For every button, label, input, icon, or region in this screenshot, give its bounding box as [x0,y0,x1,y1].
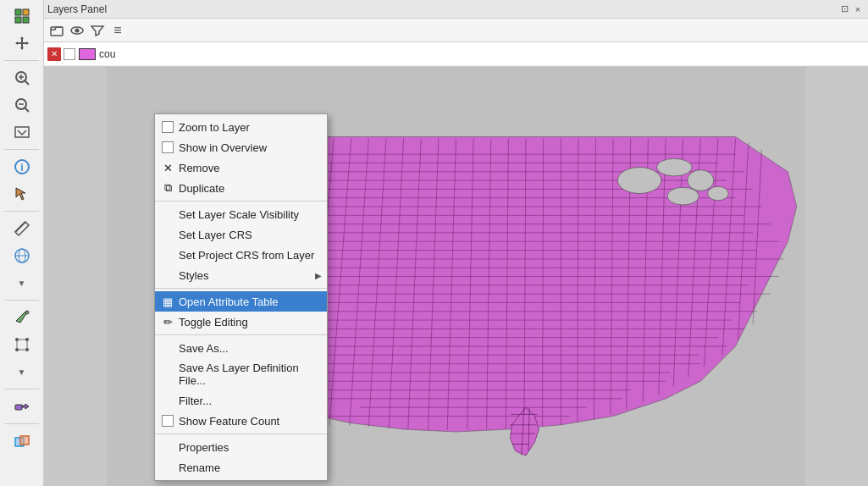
toolbar-btn-pan[interactable] [9,30,35,56]
menu-label-save-as-layer-def: Save As Layer Definition File... [179,362,320,387]
svg-point-28 [75,28,80,32]
menu-label-properties: Properties [179,441,229,454]
menu-label-styles: Styles [179,269,208,282]
map-area[interactable]: Zoom to LayerShow in Overview✕Remove⧉Dup… [44,67,868,486]
svg-rect-25 [20,436,29,445]
toolbar-btn-edit[interactable] [9,332,35,357]
menu-label-show-in-overview: Show in Overview [179,141,267,154]
toolbar-btn-measure[interactable] [9,216,35,241]
menu-item-show-feature-count[interactable]: Show Feature Count [155,411,327,431]
svg-rect-11 [15,127,29,137]
menu-label-remove: Remove [179,162,219,174]
svg-rect-3 [23,17,29,23]
sep-5 [4,389,39,389]
menu-item-set-project-crs[interactable]: Set Project CRS from Layer [155,245,327,265]
menu-icon-duplicate: ⧉ [160,180,175,196]
menu-item-filter[interactable]: Filter... [155,390,327,411]
layer-close-btn[interactable]: ✕ [47,47,61,61]
menu-label-open-attribute-table: Open Attribute Table [179,295,279,308]
svg-point-17 [25,311,29,314]
layer-visibility-checkbox[interactable] [64,48,75,60]
menu-separator [155,201,327,202]
svg-point-94 [617,168,661,194]
layer-item[interactable]: ✕ cou [44,42,868,66]
toolbar-btn-1[interactable] [9,3,35,29]
menu-item-zoom-to-layer[interactable]: Zoom to Layer [155,117,327,137]
svg-rect-23 [15,405,22,410]
menu-label-set-project-crs: Set Project CRS from Layer [179,249,314,262]
sep-4 [4,300,39,301]
layer-type-icon [79,48,96,60]
layers-tool-eye[interactable] [68,21,86,40]
toolbar-btn-globe[interactable] [9,243,35,268]
toolbar-btn-arrow2[interactable]: ▼ [9,359,35,384]
toolbar-btn-plugins[interactable] [9,394,35,419]
menu-label-toggle-editing: Toggle Editing [179,316,248,329]
svg-line-5 [25,81,29,86]
panel-close-btn[interactable]: × [851,3,865,16]
menu-item-save-as-layer-def[interactable]: Save As Layer Definition File... [155,358,327,390]
menu-label-rename: Rename [179,461,220,474]
menu-label-zoom-to-layer: Zoom to Layer [179,121,250,134]
layers-tool-filter[interactable] [88,21,107,40]
menu-check-icon-zoom-to-layer [160,119,175,135]
toolbar-btn-zoomout[interactable] [9,92,35,118]
menu-icon-open-attribute-table: ▦ [160,294,175,309]
layers-tool-more[interactable]: ≡ [108,21,127,40]
left-toolbar: i ▼ ▼ [0,0,44,486]
menu-item-rename[interactable]: Rename [155,457,327,478]
menu-item-save-as[interactable]: Save As... [155,338,327,358]
svg-point-21 [15,348,19,351]
menu-label-show-feature-count: Show Feature Count [179,415,279,428]
menu-item-properties[interactable]: Properties [155,437,327,457]
layer-name: cou [99,48,115,60]
toolbar-btn-digitize[interactable] [9,305,35,330]
menu-separator [155,434,327,434]
layers-panel-header: Layers Panel ⊡ × [44,0,868,19]
layers-toolbar: ≡ [44,19,868,42]
menu-item-show-in-overview[interactable]: Show in Overview [155,137,327,157]
svg-rect-0 [15,9,21,15]
menu-item-styles[interactable]: Styles▶ [155,265,327,285]
svg-rect-18 [17,340,27,350]
menu-icon-toggle-editing: ✏ [160,314,175,329]
menu-separator [155,334,327,335]
toolbar-btn-identify[interactable]: i [9,154,35,179]
menu-item-toggle-editing[interactable]: ✏Toggle Editing [155,312,327,332]
menu-check-icon-show-in-overview [160,140,175,155]
main-area: Layers Panel ⊡ × ≡ [44,0,868,486]
toolbar-btn-overlay[interactable] [9,428,35,454]
sep-1 [4,60,39,61]
svg-point-98 [667,187,699,205]
menu-item-set-layer-crs[interactable]: Set Layer CRS [155,224,327,245]
menu-item-duplicate[interactable]: ⧉Duplicate [155,178,327,198]
svg-text:i: i [20,162,23,174]
menu-icon-remove: ✕ [160,160,175,175]
menu-label-filter: Filter... [179,395,212,407]
svg-rect-1 [23,9,29,15]
menu-item-remove[interactable]: ✕Remove [155,157,327,178]
svg-point-22 [25,348,29,351]
layers-tool-open[interactable] [47,21,66,40]
svg-point-96 [688,170,714,191]
toolbar-btn-arrow[interactable]: ▼ [9,270,35,295]
svg-rect-2 [15,17,21,23]
panel-float-btn[interactable]: ⊡ [838,3,851,16]
svg-point-20 [25,338,29,341]
svg-point-95 [657,158,692,176]
menu-item-set-layer-scale[interactable]: Set Layer Scale Visibility [155,204,327,224]
menu-label-save-as: Save As... [179,342,229,355]
toolbar-btn-zoom[interactable] [9,65,35,91]
menu-check-icon-show-feature-count [160,413,175,428]
svg-point-19 [15,338,19,341]
menu-item-open-attribute-table[interactable]: ▦Open Attribute Table [155,291,327,312]
svg-point-97 [708,186,729,201]
context-menu: Zoom to LayerShow in Overview✕Remove⧉Dup… [154,113,328,481]
menu-label-set-layer-scale: Set Layer Scale Visibility [179,208,299,221]
toolbar-btn-select[interactable] [9,181,35,207]
submenu-arrow-icon: ▶ [315,271,322,280]
menu-label-duplicate: Duplicate [179,182,224,195]
toolbar-btn-zoomfull[interactable] [9,119,35,145]
menu-label-set-layer-crs: Set Layer CRS [179,229,252,241]
sep-6 [4,423,39,424]
